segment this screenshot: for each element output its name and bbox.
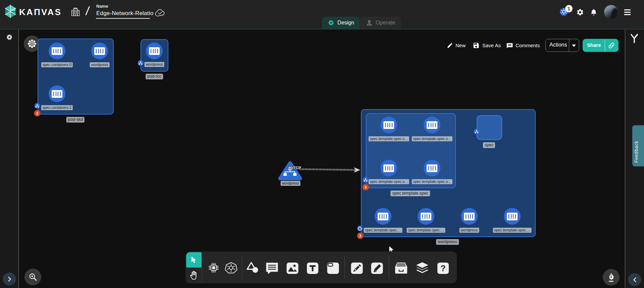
svg-text:?: ?	[440, 264, 445, 273]
svg-text:1: 1	[568, 6, 570, 11]
